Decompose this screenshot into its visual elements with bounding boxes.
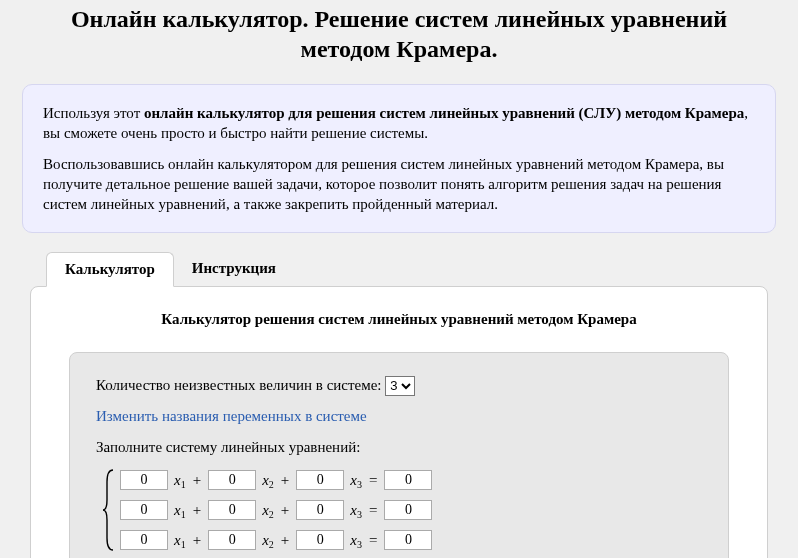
- equals-op: =: [368, 532, 378, 549]
- variable-label: x3: [350, 472, 362, 489]
- intro-p1: Используя этот онлайн калькулятор для ре…: [43, 103, 755, 144]
- plus-op: +: [192, 532, 202, 549]
- fill-label: Заполните систему линейных уравнений:: [96, 437, 702, 458]
- unknowns-row: Количество неизвестных величин в системе…: [96, 375, 702, 396]
- coef-input[interactable]: [120, 500, 168, 520]
- unknowns-select[interactable]: 3: [385, 376, 415, 396]
- rhs-input[interactable]: [384, 530, 432, 550]
- equation-row: x1 + x2 + x3 =: [120, 498, 432, 522]
- tab-calculator[interactable]: Калькулятор: [46, 252, 174, 287]
- coef-input[interactable]: [208, 530, 256, 550]
- calculator-box: Количество неизвестных величин в системе…: [69, 352, 729, 558]
- coef-input[interactable]: [120, 530, 168, 550]
- coef-input[interactable]: [208, 500, 256, 520]
- variable-label: x1: [174, 472, 186, 489]
- page-title: Онлайн калькулятор. Решение систем линей…: [22, 0, 776, 76]
- coef-input[interactable]: [120, 470, 168, 490]
- tab-row: Калькулятор Инструкция: [46, 251, 768, 286]
- coef-input[interactable]: [296, 500, 344, 520]
- plus-op: +: [280, 502, 290, 519]
- variable-label: x2: [262, 502, 274, 519]
- variable-label: x1: [174, 532, 186, 549]
- equals-op: =: [368, 502, 378, 519]
- plus-op: +: [192, 472, 202, 489]
- equation-row: x1 + x2 + x3 =: [120, 528, 432, 552]
- plus-op: +: [280, 472, 290, 489]
- variable-label: x1: [174, 502, 186, 519]
- intro-p1-prefix: Используя этот: [43, 105, 144, 121]
- calculator-panel: Калькулятор решения систем линейных урав…: [30, 286, 768, 558]
- plus-op: +: [280, 532, 290, 549]
- coef-input[interactable]: [296, 530, 344, 550]
- intro-box: Используя этот онлайн калькулятор для ре…: [22, 84, 776, 233]
- variable-label: x2: [262, 532, 274, 549]
- unknowns-label: Количество неизвестных величин в системе…: [96, 377, 385, 393]
- equation-system: x1 + x2 + x3 = x1 + x2 + x3 = x1 + x2 + …: [102, 468, 702, 552]
- intro-p2: Воспользовавшись онлайн калькулятором дл…: [43, 154, 755, 215]
- rhs-input[interactable]: [384, 500, 432, 520]
- equation-row: x1 + x2 + x3 =: [120, 468, 432, 492]
- brace-icon: [102, 468, 116, 552]
- plus-op: +: [192, 502, 202, 519]
- coef-input[interactable]: [296, 470, 344, 490]
- intro-p1-bold: онлайн калькулятор для решения систем ли…: [144, 105, 744, 121]
- calculator-title: Калькулятор решения систем линейных урав…: [41, 311, 757, 328]
- tab-instruction[interactable]: Инструкция: [174, 252, 294, 287]
- rename-vars-link[interactable]: Изменить названия переменных в системе: [96, 408, 367, 424]
- coef-input[interactable]: [208, 470, 256, 490]
- variable-label: x3: [350, 532, 362, 549]
- equals-op: =: [368, 472, 378, 489]
- variable-label: x3: [350, 502, 362, 519]
- variable-label: x2: [262, 472, 274, 489]
- rhs-input[interactable]: [384, 470, 432, 490]
